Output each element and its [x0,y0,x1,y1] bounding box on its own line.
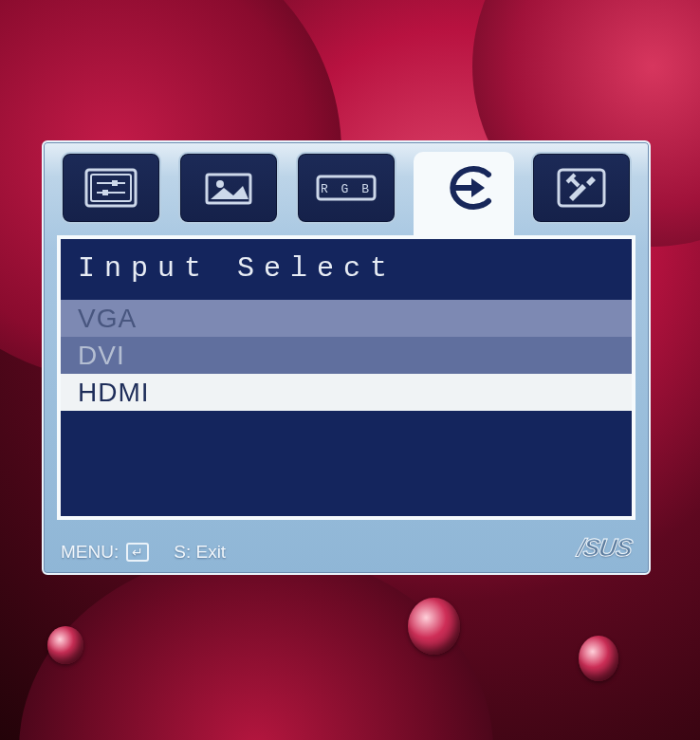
osd-footer: MENU: ↵ S: Exit /SUS [57,533,636,563]
brand-logo: /SUS [576,533,634,563]
tab-splendor[interactable] [61,152,161,224]
tools-icon [554,165,609,211]
input-option-hdmi[interactable]: HDMI [61,374,632,411]
tab-input-select[interactable] [414,152,514,224]
tab-image[interactable] [178,152,279,224]
bg-droplet [47,626,83,664]
svg-point-7 [216,180,224,188]
svg-rect-0 [86,170,136,206]
menu-title: Input Select [61,239,632,300]
svg-rect-5 [102,190,108,195]
svg-rect-1 [91,175,131,201]
picture-icon [201,167,256,209]
footer-exit-label: S: Exit [174,542,226,563]
svg-rect-6 [207,175,250,203]
tab-color[interactable]: R G B [296,152,396,224]
input-option-vga[interactable]: VGA [61,300,632,337]
sliders-icon [83,167,138,209]
osd-content-frame: Input Select VGA DVI HDMI [57,235,636,520]
osd-tab-bar: R G B [57,152,636,224]
footer-menu-label: MENU: [61,542,119,563]
bg-droplet [579,636,618,681]
svg-rect-4 [112,180,118,186]
input-option-dvi[interactable]: DVI [61,337,632,374]
svg-rect-11 [559,170,604,206]
svg-line-12 [571,178,579,186]
svg-line-13 [567,175,575,182]
tab-system[interactable] [531,152,632,224]
svg-rect-8 [318,176,375,199]
bg-droplet [408,598,460,655]
input-arrow-icon [433,163,494,213]
enter-icon: ↵ [126,543,149,562]
rgb-icon: R G B [313,167,379,209]
osd-panel: R G B Input Select VGA DVI HDMI [42,140,651,575]
svg-text:R G B: R G B [321,182,372,196]
